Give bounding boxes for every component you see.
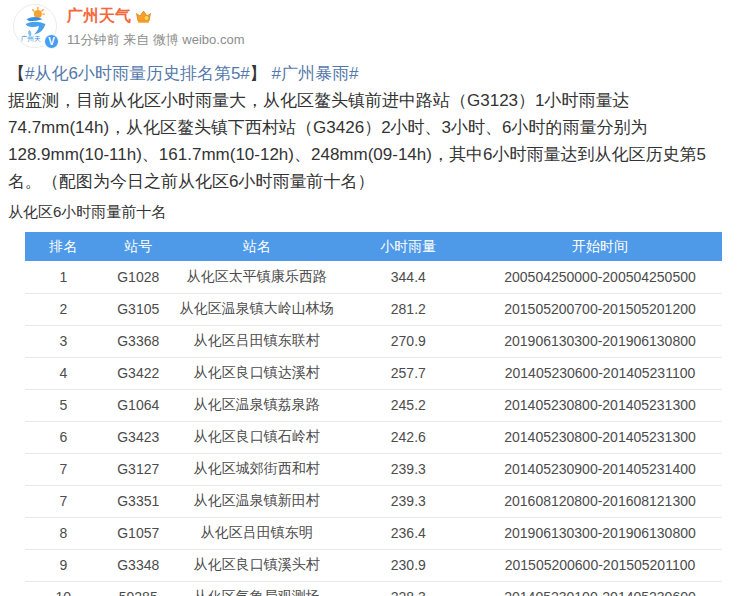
table-cell: G3127 xyxy=(102,453,175,485)
table-cell: 1 xyxy=(25,261,102,293)
table-cell: 230.9 xyxy=(339,549,478,581)
table-row: 1059285从化区气象局观测场228.3201405230100-201405… xyxy=(25,581,722,596)
table-cell: 从化区温泉镇新田村 xyxy=(175,485,339,517)
table-cell: 239.3 xyxy=(339,485,478,517)
table-cell: 236.4 xyxy=(339,517,478,549)
table-cell: G3351 xyxy=(102,485,175,517)
table-cell: 201405230900-201405231400 xyxy=(478,453,722,485)
table-cell: 10 xyxy=(25,581,102,596)
post-text: 【#从化6小时雨量历史排名第5#】 #广州暴雨# 据监测，目前从化区小时雨量大，… xyxy=(0,54,736,195)
table-cell: 7 xyxy=(25,485,102,517)
table-cell: 7 xyxy=(25,453,102,485)
table-row: 8G1057从化区吕田镇东明236.4201906130300-20190613… xyxy=(25,517,722,549)
table-cell: 从化区太平镇康乐西路 xyxy=(175,261,339,293)
table-cell: 201505200700-201505201200 xyxy=(478,293,722,325)
source-link[interactable]: 微博 weibo.com xyxy=(153,32,245,47)
table-cell: G3348 xyxy=(102,549,175,581)
headline-bracket-close: 】 xyxy=(250,64,267,83)
column-header: 站号 xyxy=(102,232,175,261)
table-cell: 4 xyxy=(25,357,102,389)
timestamp: 11分钟前 xyxy=(67,32,120,47)
rain-table-head-row: 排名站号站名小时雨量开始时间 xyxy=(25,232,722,261)
table-row: 3G3368从化区吕田镇东联村270.9201906130300-2019061… xyxy=(25,325,722,357)
table-row: 1G1028从化区太平镇康乐西路344.4200504250000-200504… xyxy=(25,261,722,293)
table-cell: 201405230800-201405231300 xyxy=(478,389,722,421)
table-title: 从化区6小时雨量前十名 xyxy=(8,203,740,222)
table-row: 4G3422从化区良口镇达溪村257.7201405230600-2014052… xyxy=(25,357,722,389)
table-cell: 从化区吕田镇东明 xyxy=(175,517,339,549)
author-name[interactable]: 广州天气 xyxy=(67,6,131,27)
table-cell: 从化区温泉镇荔泉路 xyxy=(175,389,339,421)
column-header: 小时雨量 xyxy=(339,232,478,261)
table-cell: 8 xyxy=(25,517,102,549)
post-meta: 11分钟前 来自 微博 weibo.com xyxy=(67,31,245,49)
table-cell: 从化区良口镇溪头村 xyxy=(175,549,339,581)
table-cell: 344.4 xyxy=(339,261,478,293)
table-cell: 从化区良口镇达溪村 xyxy=(175,357,339,389)
table-cell: 从化区城郊街西和村 xyxy=(175,453,339,485)
post-body: 据监测，目前从化区小时雨量大，从化区鳌头镇前进中路站（G3123）1小时雨量达7… xyxy=(8,91,706,191)
table-cell: G3105 xyxy=(102,293,175,325)
table-cell: 从化区气象局观测场 xyxy=(175,581,339,596)
table-cell: 201405230600-201405231100 xyxy=(478,357,722,389)
column-header: 开始时间 xyxy=(478,232,722,261)
table-cell: 6 xyxy=(25,421,102,453)
table-cell: 201906130300-201906130800 xyxy=(478,325,722,357)
post-header: 广州天 V 广州天气 11分钟前 来自 微博 weibo.com xyxy=(0,0,740,54)
table-cell: 从化区温泉镇大岭山林场 xyxy=(175,293,339,325)
table-cell: G1028 xyxy=(102,261,175,293)
table-cell: 201505200600-201505201100 xyxy=(478,549,722,581)
table-cell: 2 xyxy=(25,293,102,325)
table-cell: 201405230800-201405231300 xyxy=(478,421,722,453)
table-cell: 从化区吕田镇东联村 xyxy=(175,325,339,357)
hashtag-link-rank[interactable]: #从化6小时雨量历史排名第5# xyxy=(25,64,250,83)
table-row: 6G3423从化区良口镇石岭村242.6201405230800-2014052… xyxy=(25,421,722,453)
table-cell: G1064 xyxy=(102,389,175,421)
table-row: 7G3127从化区城郊街西和村239.3201405230900-2014052… xyxy=(25,453,722,485)
table-row: 7G3351从化区温泉镇新田村239.3201608120800-2016081… xyxy=(25,485,722,517)
vip-crown-icon[interactable] xyxy=(135,9,152,24)
table-cell: 245.2 xyxy=(339,389,478,421)
hashtag-link-rainstorm[interactable]: #广州暴雨# xyxy=(272,64,359,83)
table-cell: 281.2 xyxy=(339,293,478,325)
table-cell: 200504250000-200504250500 xyxy=(478,261,722,293)
source-prefix: 来自 xyxy=(123,32,149,47)
table-cell: 5 xyxy=(25,389,102,421)
table-cell: G1057 xyxy=(102,517,175,549)
table-cell: 201906130300-201906130800 xyxy=(478,517,722,549)
avatar[interactable]: 广州天 V xyxy=(13,4,57,48)
table-cell: G3422 xyxy=(102,357,175,389)
table-cell: 270.9 xyxy=(339,325,478,357)
table-row: 9G3348从化区良口镇溪头村230.9201505200600-2015052… xyxy=(25,549,722,581)
rainfall-table-image[interactable]: 从化区6小时雨量前十名 排名站号站名小时雨量开始时间 1G1028从化区太平镇康… xyxy=(0,203,740,596)
table-cell: 从化区良口镇石岭村 xyxy=(175,421,339,453)
table-cell: 228.3 xyxy=(339,581,478,596)
table-cell: 257.7 xyxy=(339,357,478,389)
rain-table-body: 1G1028从化区太平镇康乐西路344.4200504250000-200504… xyxy=(25,261,722,596)
headline-bracket-open: 【 xyxy=(8,64,25,83)
column-header: 站名 xyxy=(175,232,339,261)
table-cell: G3368 xyxy=(102,325,175,357)
column-header: 排名 xyxy=(25,232,102,261)
table-cell: 242.6 xyxy=(339,421,478,453)
table-cell: 59285 xyxy=(102,581,175,596)
table-cell: 239.3 xyxy=(339,453,478,485)
table-cell: 9 xyxy=(25,549,102,581)
avatar-caption: 广州天 xyxy=(21,35,41,42)
table-cell: 3 xyxy=(25,325,102,357)
table-row: 2G3105从化区温泉镇大岭山林场281.2201505200700-20150… xyxy=(25,293,722,325)
table-cell: 201608120800-201608121300 xyxy=(478,485,722,517)
verified-badge-icon: V xyxy=(44,34,59,49)
table-cell: 201405230100-201405230600 xyxy=(478,581,722,596)
table-row: 5G1064从化区温泉镇荔泉路245.2201405230800-2014052… xyxy=(25,389,722,421)
table-cell: G3423 xyxy=(102,421,175,453)
rainfall-table: 排名站号站名小时雨量开始时间 1G1028从化区太平镇康乐西路344.42005… xyxy=(25,232,722,596)
